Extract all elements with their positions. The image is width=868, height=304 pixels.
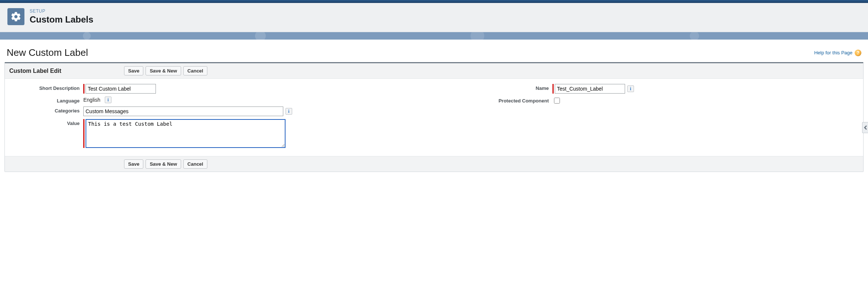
protected-checkbox[interactable] (554, 98, 560, 104)
side-expand-tab[interactable] (862, 122, 868, 133)
gear-icon (7, 8, 24, 25)
section-title: Custom Label Edit (9, 68, 124, 74)
info-icon[interactable]: i (627, 85, 634, 92)
required-indicator (552, 84, 554, 94)
decorative-contour (0, 32, 868, 40)
edit-panel: Custom Label Edit Save Save & New Cancel… (4, 62, 864, 172)
label-name: Name (441, 84, 552, 91)
language-value: English (83, 97, 103, 103)
help-icon: ? (855, 50, 861, 56)
save-button[interactable]: Save (124, 66, 143, 75)
header-title: Custom Labels (30, 14, 93, 25)
breadcrumb: SETUP (30, 9, 93, 14)
label-categories: Categories (9, 107, 83, 114)
save-new-button[interactable]: Save & New (146, 66, 181, 75)
cancel-button[interactable]: Cancel (183, 66, 207, 75)
page-title: New Custom Label (7, 47, 88, 58)
window-top-bar (0, 0, 868, 3)
label-short-description: Short Description (9, 84, 83, 91)
help-link[interactable]: Help for this Page ? (814, 50, 861, 56)
info-icon[interactable]: i (286, 108, 292, 115)
label-language: Language (9, 97, 83, 104)
label-protected-component: Protected Component (441, 97, 552, 104)
setup-header: SETUP Custom Labels (0, 3, 868, 32)
info-icon[interactable]: i (105, 97, 111, 103)
value-textarea[interactable] (86, 119, 286, 148)
required-indicator (83, 119, 84, 148)
save-button-bottom[interactable]: Save (124, 159, 143, 169)
required-indicator (83, 84, 84, 94)
label-value: Value (9, 119, 83, 126)
name-input[interactable] (555, 84, 625, 94)
categories-input[interactable] (83, 107, 283, 116)
short-description-input[interactable] (86, 84, 156, 94)
cancel-button-bottom[interactable]: Cancel (183, 159, 207, 169)
save-new-button-bottom[interactable]: Save & New (146, 159, 181, 169)
help-link-label: Help for this Page (814, 50, 852, 55)
